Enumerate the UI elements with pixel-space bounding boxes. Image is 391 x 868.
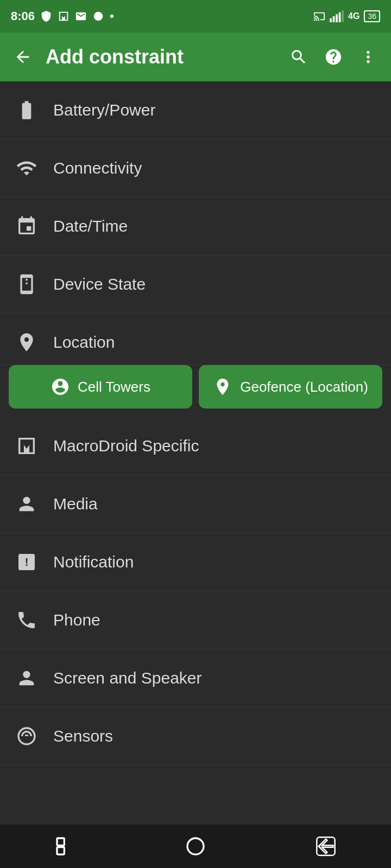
menu-item-macrodroid[interactable]: MacroDroid Specific <box>0 417 391 475</box>
media-icon <box>13 490 40 518</box>
svg-rect-4 <box>339 12 341 22</box>
status-bar: 8:06 • 4G 36 <box>0 0 391 33</box>
devicestate-label: Device State <box>53 275 146 293</box>
m-icon <box>58 10 70 22</box>
svg-rect-3 <box>336 14 338 22</box>
nav-home-button[interactable] <box>179 830 212 863</box>
menu-item-devicestate[interactable]: Device State <box>0 256 391 314</box>
nav-bar <box>0 825 391 868</box>
svg-rect-10 <box>57 847 64 854</box>
screenspeaker-label: Screen and Speaker <box>53 669 202 687</box>
phone-icon <box>13 607 40 634</box>
svg-point-0 <box>94 12 103 21</box>
menu-item-sensors[interactable]: Sensors <box>0 707 391 765</box>
sensors-icon <box>13 723 40 750</box>
geofence-button[interactable]: Geofence (Location) <box>199 365 382 409</box>
menu-item-datetime[interactable]: Date/Time <box>0 197 391 256</box>
help-button[interactable] <box>321 45 345 69</box>
screenspeaker-icon <box>13 665 40 692</box>
battery-indicator: 36 <box>364 10 380 22</box>
lens-icon <box>92 10 104 22</box>
geofence-icon <box>213 377 232 397</box>
battery-icon <box>13 97 40 124</box>
battery-label: Battery/Power <box>53 101 155 119</box>
macrodroid-label: MacroDroid Specific <box>53 437 199 455</box>
menu-item-notification[interactable]: ! Notification <box>0 533 391 591</box>
nav-back-button[interactable] <box>310 830 342 863</box>
menu-item-media[interactable]: Media <box>0 475 391 533</box>
svg-text:!: ! <box>25 556 29 568</box>
menu-item-battery[interactable]: Battery/Power <box>0 81 391 139</box>
status-right: 4G 36 <box>313 10 380 22</box>
location-label: Location <box>53 333 115 352</box>
celltower-icon <box>51 377 70 397</box>
datetime-label: Date/Time <box>53 217 128 235</box>
notification-label: Notification <box>53 553 134 571</box>
menu-item-connectivity[interactable]: Connectivity <box>0 139 391 197</box>
back-button[interactable] <box>11 45 35 69</box>
menu-list: Battery/Power Connectivity Date/Time Dev… <box>0 81 391 765</box>
search-button[interactable] <box>287 45 311 69</box>
svg-rect-2 <box>333 16 335 22</box>
cell-towers-button[interactable]: Cell Towers <box>9 365 192 409</box>
location-sub-grid: Cell Towers Geofence (Location) <box>0 365 391 417</box>
macrodroid-icon <box>13 432 40 459</box>
menu-item-screenspeaker[interactable]: Screen and Speaker <box>0 649 391 707</box>
connectivity-icon <box>13 155 40 182</box>
sensors-label: Sensors <box>53 727 113 745</box>
shield-icon <box>40 10 52 22</box>
media-label: Media <box>53 495 98 513</box>
svg-rect-5 <box>342 10 344 22</box>
devicestate-icon <box>13 271 40 298</box>
app-bar: Add constraint <box>0 33 391 81</box>
menu-item-phone[interactable]: Phone <box>0 591 391 649</box>
cast-icon <box>313 10 325 22</box>
notification-icon: ! <box>13 548 40 576</box>
signal-icon <box>330 10 344 22</box>
notification-dot: • <box>110 9 114 23</box>
cell-towers-label: Cell Towers <box>78 379 150 395</box>
menu-item-location[interactable]: Location <box>0 314 391 365</box>
nav-recents-button[interactable] <box>49 830 81 863</box>
gmail-icon <box>75 10 87 22</box>
page-title: Add constraint <box>46 46 276 68</box>
geofence-label: Geofence (Location) <box>240 379 368 395</box>
datetime-icon <box>13 213 40 240</box>
more-options-button[interactable] <box>356 45 380 69</box>
svg-rect-1 <box>330 18 332 22</box>
network-label: 4G <box>348 11 360 21</box>
status-time: 8:06 <box>11 9 35 23</box>
svg-rect-9 <box>57 838 64 845</box>
location-icon <box>13 329 40 356</box>
connectivity-label: Connectivity <box>53 159 142 177</box>
status-left: 8:06 • <box>11 9 114 23</box>
svg-point-11 <box>187 838 204 854</box>
content-area: Battery/Power Connectivity Date/Time Dev… <box>0 81 391 809</box>
phone-label: Phone <box>53 611 100 629</box>
